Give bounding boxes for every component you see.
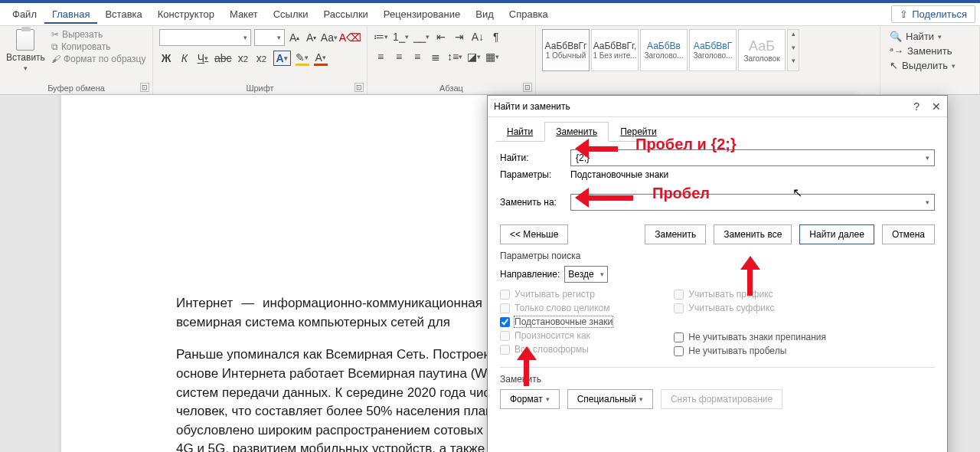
search-params-label: Параметры поиска — [500, 251, 935, 261]
copy-button[interactable]: ⧉Копировать — [51, 41, 146, 52]
paragraph-1[interactable]: Интернет — информационно-коммуникационна… — [176, 294, 482, 332]
shading-icon[interactable]: ◪▾ — [467, 49, 481, 64]
style-title[interactable]: АаБЗаголовок — [738, 29, 786, 71]
style-heading1[interactable]: АаБбВвЗаголово... — [640, 29, 688, 71]
close-button[interactable]: ✕ — [932, 100, 941, 113]
tab-view[interactable]: Вид — [468, 5, 501, 24]
underline-icon[interactable]: Ч▾ — [196, 51, 210, 66]
multilevel-icon[interactable]: ⎯⎯▾ — [413, 29, 430, 44]
direction-select[interactable]: Везде▾ — [564, 266, 607, 283]
numbering-icon[interactable]: 1⎯▾ — [393, 29, 409, 44]
share-icon: ⇧ — [900, 8, 908, 20]
styles-gallery[interactable]: АаБбВвГг1 Обычный АаБбВвГг,1 Без инте...… — [542, 29, 874, 71]
subscript-icon[interactable]: x2 — [237, 51, 250, 66]
format-button[interactable]: Формат▾ — [500, 389, 560, 409]
pilcrow-icon[interactable]: ¶ — [489, 29, 503, 44]
align-center-icon[interactable]: ≡ — [392, 49, 406, 64]
italic-icon[interactable]: К — [178, 51, 191, 66]
cancel-button[interactable]: Отмена — [882, 224, 935, 244]
bullets-icon[interactable]: ≔▾ — [374, 29, 388, 44]
suffix-checkbox: Учитывать суффикс — [674, 303, 826, 313]
replace-one-button[interactable]: Заменить — [645, 224, 706, 244]
paste-icon — [16, 29, 34, 51]
paragraph-launcher[interactable]: ⊡ — [523, 83, 532, 92]
style-normal[interactable]: АаБбВвГг1 Обычный — [542, 29, 590, 71]
change-case-icon[interactable]: Aa▾ — [322, 30, 337, 45]
chevron-down-icon[interactable]: ▾ — [926, 154, 929, 162]
superscript-icon[interactable]: x2 — [255, 51, 269, 66]
sort-icon[interactable]: A↓ — [471, 29, 485, 44]
tab-replace[interactable]: Заменить — [544, 122, 609, 142]
help-button[interactable]: ? — [913, 100, 920, 113]
less-button[interactable]: << Меньше — [500, 224, 568, 244]
find-input[interactable]: {2;}▾ — [570, 149, 935, 166]
font-launcher[interactable]: ⊡ — [354, 83, 364, 92]
align-justify-icon[interactable]: ≣ — [429, 49, 443, 64]
replace-button[interactable]: ᵃ→Заменить — [890, 45, 970, 57]
grow-font-icon[interactable]: A▴ — [288, 30, 302, 45]
scissors-icon: ✂ — [51, 29, 59, 40]
sounds-like-checkbox: Произносится как — [500, 330, 612, 341]
paste-button[interactable]: Вставить ▾ — [6, 29, 45, 72]
align-right-icon[interactable]: ≡ — [410, 49, 424, 64]
borders-icon[interactable]: ▦▾ — [485, 49, 499, 64]
shrink-font-icon[interactable]: A▾ — [305, 30, 318, 45]
tab-layout[interactable]: Макет — [222, 5, 266, 24]
tab-design[interactable]: Конструктор — [150, 5, 222, 24]
indent-dec-icon[interactable]: ⇤ — [434, 29, 448, 44]
clear-format-icon[interactable]: A⌫ — [340, 30, 361, 45]
styles-up-icon[interactable]: ▴ — [788, 30, 799, 44]
line-spacing-icon[interactable]: ↕≡▾ — [447, 49, 462, 64]
select-button[interactable]: ↖Выделить▾ — [890, 60, 970, 71]
tab-mailings[interactable]: Рассылки — [315, 5, 375, 24]
replace-all-button[interactable]: Заменить все — [714, 224, 792, 244]
bold-icon[interactable]: Ж — [159, 51, 173, 66]
replace-input[interactable]: ▾ — [570, 194, 935, 211]
share-label: Поделиться — [912, 8, 967, 20]
tab-review[interactable]: Рецензирование — [376, 5, 468, 24]
font-size-combo[interactable]: ▾ — [254, 29, 284, 46]
find-next-button[interactable]: Найти далее — [799, 224, 874, 244]
text-effects-icon[interactable]: A▾ — [273, 51, 291, 66]
styles-more-icon[interactable]: ▾ — [788, 57, 799, 70]
ignore-punct-checkbox[interactable]: Не учитывать знаки препинания — [674, 332, 826, 342]
replace-icon: ᵃ→ — [890, 45, 903, 57]
search-icon: 🔍 — [890, 31, 902, 42]
tab-help[interactable]: Справка — [501, 5, 556, 24]
chevron-down-icon: ▾ — [24, 64, 28, 72]
wildcards-checkbox[interactable]: Подстановочные знаки — [500, 316, 612, 327]
format-painter-button[interactable]: 🖌Формат по образцу — [51, 54, 146, 64]
strike-icon[interactable]: abc — [214, 51, 232, 66]
font-name-combo[interactable]: ▾ — [159, 29, 251, 46]
cut-button[interactable]: ✂Вырезать — [51, 29, 146, 40]
share-button[interactable]: ⇧ Поделиться — [891, 5, 975, 23]
dialog-titlebar: Найти и заменить ? ✕ — [488, 96, 947, 117]
params-value: Подстановочные знаки — [570, 169, 668, 180]
style-nospacing[interactable]: АаБбВвГг,1 Без инте... — [591, 29, 639, 71]
indent-inc-icon[interactable]: ⇥ — [452, 29, 466, 44]
ignore-space-checkbox[interactable]: Не учитывать пробелы — [674, 346, 826, 356]
group-clipboard-label: Буфер обмена — [6, 82, 146, 93]
chevron-down-icon[interactable]: ▾ — [926, 198, 929, 206]
tab-references[interactable]: Ссылки — [266, 5, 316, 24]
special-button[interactable]: Специальный▾ — [567, 389, 653, 409]
document-area: Интернет — информационно-коммуникационна… — [0, 95, 980, 452]
tab-insert[interactable]: Вставка — [97, 5, 149, 24]
params-label: Параметры: — [500, 169, 566, 180]
word-forms-checkbox: Все словоформы — [500, 344, 612, 355]
highlight-icon[interactable]: ✎▾ — [296, 51, 309, 66]
tab-home[interactable]: Главная — [44, 5, 97, 24]
find-replace-dialog: Найти и заменить ? ✕ Найти Заменить Пере… — [487, 95, 948, 452]
styles-down-icon[interactable]: ▾ — [788, 44, 799, 57]
prefix-checkbox: Учитывать префикс — [674, 289, 826, 300]
style-heading2[interactable]: АаБбВвГЗаголово... — [689, 29, 737, 71]
clipboard-launcher[interactable]: ⊡ — [140, 83, 149, 92]
tab-find[interactable]: Найти — [495, 122, 544, 142]
find-button[interactable]: 🔍Найти▾ — [890, 31, 970, 42]
tab-file[interactable]: Файл — [5, 5, 44, 24]
replace-section-label: Заменить — [500, 374, 935, 385]
tab-goto[interactable]: Перейти — [609, 122, 668, 142]
font-color-icon[interactable]: A▾ — [314, 51, 328, 66]
align-left-icon[interactable]: ≡ — [374, 49, 387, 64]
ribbon: Вставить ▾ ✂Вырезать ⧉Копировать 🖌Формат… — [0, 26, 980, 95]
